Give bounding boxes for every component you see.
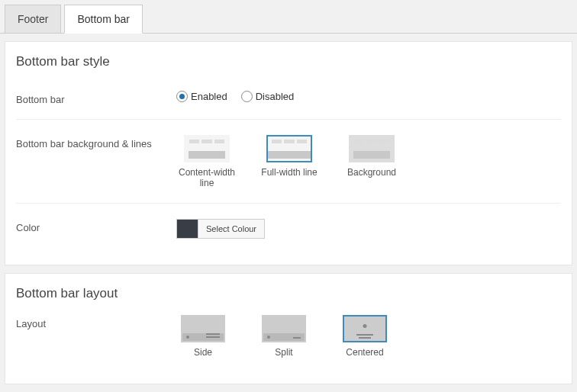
tab-footer[interactable]: Footer [5, 5, 61, 33]
radio-enabled[interactable]: Enabled [176, 91, 227, 102]
layout-option-label: Split [257, 347, 311, 358]
row-color: Color Select Colour [16, 203, 561, 252]
panel-bottom-bar-style: Bottom bar style Bottom bar Enabled Disa… [5, 41, 572, 265]
layout-option-label: Centered [338, 347, 392, 358]
tabs-bar: Footer Bottom bar [0, 0, 577, 34]
label-bg-lines: Bottom bar background & lines [16, 135, 176, 149]
layout-option-label: Side [176, 347, 230, 358]
tab-bottom-bar[interactable]: Bottom bar [64, 5, 142, 34]
radio-disabled-label: Disabled [256, 91, 295, 102]
label-layout: Layout [16, 315, 176, 329]
section-heading-style: Bottom bar style [16, 54, 561, 69]
section-heading-layout: Bottom bar layout [16, 286, 561, 301]
layout-option-side[interactable]: Side [176, 315, 230, 358]
bg-option-label: Background [341, 167, 402, 178]
row-layout: Layout Side Split [16, 315, 561, 371]
thumb-icon-centered [343, 315, 387, 342]
label-color: Color [16, 219, 176, 233]
radio-disabled[interactable]: Disabled [241, 91, 295, 102]
row-bottom-bar-toggle: Bottom bar Enabled Disabled [16, 83, 561, 119]
thumb-icon-content-width [184, 135, 230, 162]
bg-option-full-width[interactable]: Full-width line [259, 135, 320, 189]
bg-option-label: Full-width line [259, 167, 320, 178]
panel-bottom-bar-layout: Bottom bar layout Layout Side Split [5, 273, 572, 384]
thumb-icon-side [181, 315, 225, 342]
label-bottom-bar: Bottom bar [16, 91, 176, 105]
radio-enabled-label: Enabled [191, 91, 227, 102]
radio-dot-icon [176, 91, 188, 102]
bg-option-label: Content-width line [176, 167, 237, 189]
thumb-icon-split [262, 315, 306, 342]
layout-option-centered[interactable]: Centered [338, 315, 392, 358]
color-swatch[interactable] [176, 219, 198, 239]
select-colour-button[interactable]: Select Colour [198, 219, 265, 239]
row-bg-lines: Bottom bar background & lines Content-wi… [16, 119, 561, 203]
radio-dot-icon [241, 91, 253, 102]
thumb-icon-full-width [266, 135, 312, 162]
thumb-icon-background [349, 135, 395, 162]
bg-option-background[interactable]: Background [341, 135, 402, 189]
layout-option-split[interactable]: Split [257, 315, 311, 358]
bg-option-content-width[interactable]: Content-width line [176, 135, 237, 189]
